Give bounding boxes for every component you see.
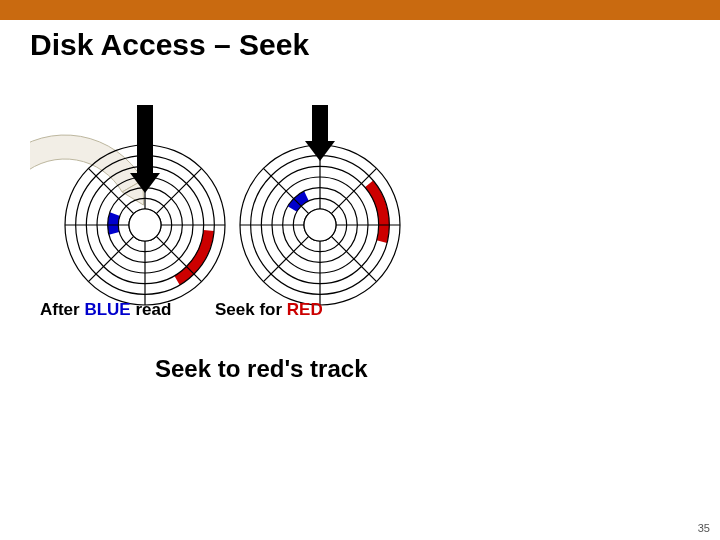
bottom-text: Seek to red's track [155, 355, 367, 383]
sector-line [88, 236, 133, 281]
accent-bar [0, 0, 720, 20]
sector-line [263, 168, 308, 213]
sector-line [331, 236, 376, 281]
caption-disk1-suffix: read [131, 300, 172, 319]
disk-1 [65, 105, 225, 305]
rotation-arrow-body [30, 135, 143, 192]
disk-diagram-svg [30, 105, 450, 325]
hub [129, 209, 161, 241]
hub [304, 209, 336, 241]
caption-disk2-prefix: Seek for [215, 300, 287, 319]
sector-line [156, 168, 201, 213]
disk-area [30, 105, 450, 325]
read-head-arrow-2 [305, 105, 335, 161]
caption-disk1: After BLUE read [40, 300, 171, 320]
caption-disk1-colorword: BLUE [84, 300, 130, 319]
caption-disk2: Seek for RED [215, 300, 323, 320]
caption-disk2-colorword: RED [287, 300, 323, 319]
caption-disk1-prefix: After [40, 300, 84, 319]
slide-title: Disk Access – Seek [30, 28, 309, 62]
disk-2 [240, 105, 400, 305]
sector-line [263, 236, 308, 281]
page-number: 35 [698, 522, 710, 534]
